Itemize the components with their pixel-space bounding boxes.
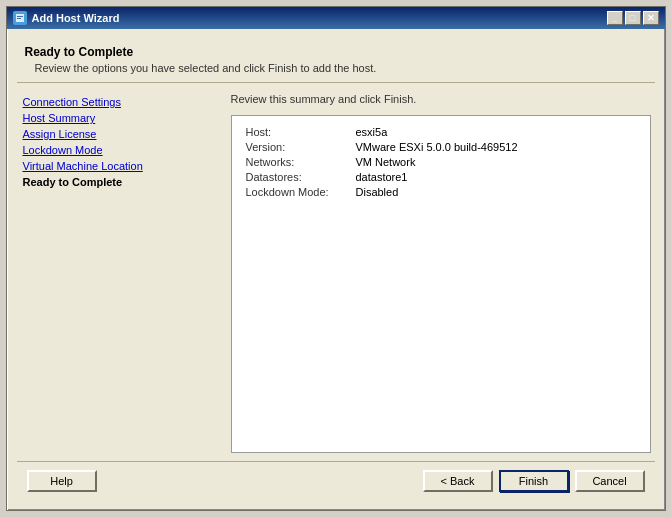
close-button[interactable]: ✕ xyxy=(643,11,659,25)
summary-value-3: datastore1 xyxy=(356,171,408,183)
summary-row-2: Networks:VM Network xyxy=(246,156,636,168)
summary-value-4: Disabled xyxy=(356,186,399,198)
minimize-button[interactable]: _ xyxy=(607,11,623,25)
wizard-icon xyxy=(13,11,27,25)
summary-value-0: esxi5a xyxy=(356,126,388,138)
summary-label-0: Host: xyxy=(246,126,356,138)
sidebar-link-4[interactable]: Virtual Machine Location xyxy=(23,160,143,172)
page-title: Ready to Complete xyxy=(25,45,647,59)
footer: Help < Back Finish Cancel xyxy=(17,461,655,500)
summary-row-3: Datastores:datastore1 xyxy=(246,171,636,183)
sidebar-item-1[interactable]: Host Summary xyxy=(21,111,221,125)
footer-right: < Back Finish Cancel xyxy=(423,470,645,492)
summary-value-2: VM Network xyxy=(356,156,416,168)
summary-row-0: Host:esxi5a xyxy=(246,126,636,138)
cancel-button[interactable]: Cancel xyxy=(575,470,645,492)
finish-button[interactable]: Finish xyxy=(499,470,569,492)
summary-row-1: Version:VMware ESXi 5.0.0 build-469512 xyxy=(246,141,636,153)
help-button[interactable]: Help xyxy=(27,470,97,492)
sidebar-item-4[interactable]: Virtual Machine Location xyxy=(21,159,221,173)
footer-left: Help xyxy=(27,470,97,492)
sidebar-item-0[interactable]: Connection Settings xyxy=(21,95,221,109)
summary-label-1: Version: xyxy=(246,141,356,153)
svg-rect-1 xyxy=(17,16,23,17)
sidebar-link-0[interactable]: Connection Settings xyxy=(23,96,121,108)
sidebar-link-1[interactable]: Host Summary xyxy=(23,112,96,124)
header-section: Ready to Complete Review the options you… xyxy=(17,39,655,83)
summary-value-1: VMware ESXi 5.0.0 build-469512 xyxy=(356,141,518,153)
title-bar: Add Host Wizard _ □ ✕ xyxy=(7,7,665,29)
sidebar-link-2[interactable]: Assign License xyxy=(23,128,97,140)
sidebar: Connection SettingsHost SummaryAssign Li… xyxy=(21,91,221,453)
svg-rect-2 xyxy=(17,18,21,19)
content-description: Review this summary and click Finish. xyxy=(231,91,651,107)
title-bar-left: Add Host Wizard xyxy=(13,11,120,25)
summary-label-2: Networks: xyxy=(246,156,356,168)
summary-label-4: Lockdown Mode: xyxy=(246,186,356,198)
summary-row-4: Lockdown Mode:Disabled xyxy=(246,186,636,198)
content-area: Review this summary and click Finish. Ho… xyxy=(231,91,651,453)
sidebar-item-2[interactable]: Assign License xyxy=(21,127,221,141)
page-subtitle: Review the options you have selected and… xyxy=(25,62,647,74)
summary-label-3: Datastores: xyxy=(246,171,356,183)
summary-box: Host:esxi5aVersion:VMware ESXi 5.0.0 bui… xyxy=(231,115,651,453)
sidebar-link-3[interactable]: Lockdown Mode xyxy=(23,144,103,156)
main-content: Connection SettingsHost SummaryAssign Li… xyxy=(17,91,655,453)
window-title: Add Host Wizard xyxy=(32,12,120,24)
title-bar-controls: _ □ ✕ xyxy=(607,11,659,25)
sidebar-item-3[interactable]: Lockdown Mode xyxy=(21,143,221,157)
back-button[interactable]: < Back xyxy=(423,470,493,492)
window-body: Ready to Complete Review the options you… xyxy=(7,29,665,510)
maximize-button[interactable]: □ xyxy=(625,11,641,25)
add-host-wizard-window: Add Host Wizard _ □ ✕ Ready to Complete … xyxy=(6,6,666,511)
sidebar-item-5: Ready to Complete xyxy=(21,175,221,189)
